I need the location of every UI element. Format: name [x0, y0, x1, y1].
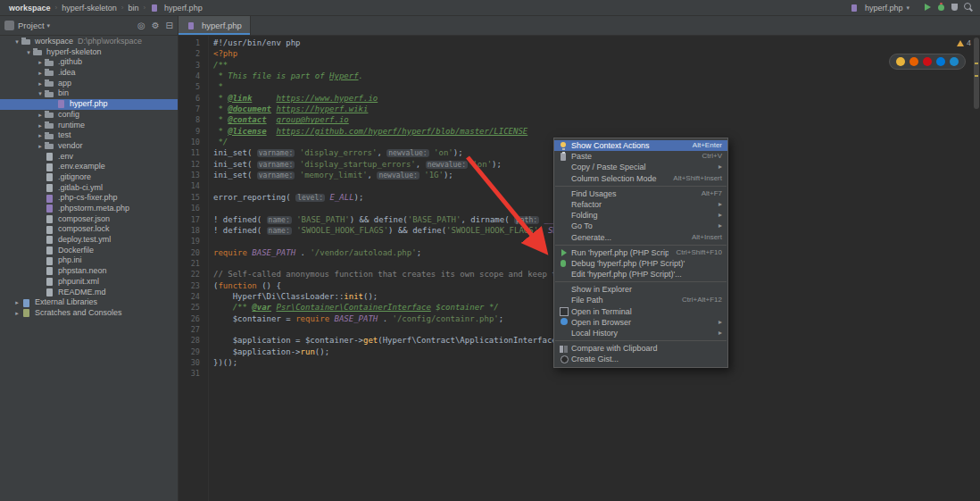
line-number[interactable]: 17 [179, 214, 200, 225]
settings-icon[interactable]: ⚙ [152, 21, 160, 30]
tree-chevron-icon[interactable]: ▾ [36, 88, 45, 99]
tree-chevron-icon[interactable]: ▾ [12, 37, 21, 47]
line-number[interactable]: 19 [179, 236, 200, 246]
code-line[interactable]: <?php [213, 48, 980, 59]
menu-item-compare-with-clipboard[interactable]: Compare with Clipboard [554, 343, 727, 354]
line-number[interactable]: 25 [179, 302, 200, 313]
run-configuration-selector[interactable]: hyperf.php ▾ [845, 3, 914, 13]
breadcrumb-hyperf-skeleton[interactable]: hyperf-skeleton [58, 4, 120, 13]
tree-chevron-icon[interactable]: ▸ [36, 68, 45, 79]
line-number[interactable]: 29 [179, 347, 200, 357]
menu-item-copy-paste-special[interactable]: Copy / Paste Special▸ [554, 162, 727, 172]
line-number[interactable]: 26 [179, 313, 200, 324]
hide-panel-icon[interactable]: ⊟ [166, 21, 173, 30]
menu-item-local-history[interactable]: Local History▸ [554, 328, 727, 338]
line-number[interactable]: 1 [179, 38, 200, 48]
tree-item-phpstorm-meta-php[interactable]: .phpstorm.meta.php [0, 204, 178, 214]
line-number[interactable]: 23 [179, 280, 200, 291]
menu-item-file-path[interactable]: File PathCtrl+Alt+F12 [554, 295, 727, 305]
code-line[interactable]: /** [213, 60, 980, 71]
menu-item-run-hyperf-php-php-script[interactable]: Run 'hyperf.php (PHP Script)'Ctrl+Shift+… [554, 247, 727, 258]
line-number[interactable]: 7 [179, 104, 200, 114]
tree-item-phpunit-xml[interactable]: phpunit.xml [0, 277, 178, 288]
tree-item-github[interactable]: ▸.github [0, 57, 178, 68]
tree-item-app[interactable]: ▸app [0, 79, 178, 89]
coverage-button[interactable] [948, 1, 961, 13]
tree-item-scratches-and-consoles[interactable]: ▸Scratches and Consoles [0, 308, 178, 319]
tree-item-gitignore[interactable]: .gitignore [0, 172, 178, 183]
edge-browser-icon[interactable] [936, 57, 945, 66]
code-line[interactable]: * @link https://www.hyperf.io [213, 93, 980, 104]
menu-item-debug-hyperf-php-php-script[interactable]: Debug 'hyperf.php (PHP Script)' [554, 258, 727, 269]
firefox-browser-icon[interactable] [909, 57, 918, 66]
tree-chevron-icon[interactable]: ▸ [36, 141, 45, 152]
menu-item-show-in-explorer[interactable]: Show in Explorer [554, 284, 727, 295]
tree-chevron-icon[interactable]: ▸ [36, 57, 45, 68]
tree-item-config[interactable]: ▸config [0, 110, 178, 121]
tree-item-workspace[interactable]: ▾workspaceD:\php\workspace [0, 37, 178, 47]
line-number[interactable]: 15 [179, 192, 200, 203]
code-line[interactable]: * @document https://hyperf.wiki [213, 104, 980, 114]
tab-hyperf-php[interactable]: hyperf.php [179, 16, 251, 35]
tree-chevron-icon[interactable]: ▸ [36, 110, 45, 121]
tree-item-runtime[interactable]: ▸runtime [0, 121, 178, 131]
tree-item-hyperf-skeleton[interactable]: ▾hyperf-skeleton [0, 47, 178, 58]
menu-item-folding[interactable]: Folding▸ [554, 210, 727, 221]
menu-item-column-selection-mode[interactable]: Column Selection ModeAlt+Shift+Insert [554, 173, 727, 184]
tree-item-idea[interactable]: ▸.idea [0, 68, 178, 79]
inspections-widget[interactable]: 4 [957, 38, 971, 47]
menu-item-generate[interactable]: Generate...Alt+Insert [554, 232, 727, 243]
tree-item-composer-lock[interactable]: composer.lock [0, 224, 178, 235]
menu-item-edit-hyperf-php-php-script[interactable]: Edit 'hyperf.php (PHP Script)'... [554, 269, 727, 280]
editor-scrollbar[interactable] [973, 36, 980, 501]
line-number[interactable]: 8 [179, 114, 200, 125]
tree-chevron-icon[interactable]: ▸ [36, 121, 45, 131]
line-number[interactable]: 20 [179, 247, 200, 258]
tree-chevron-icon[interactable]: ▸ [36, 79, 45, 89]
tree-chevron-icon[interactable]: ▸ [12, 308, 21, 319]
tree-item-dockerfile[interactable]: Dockerfile [0, 246, 178, 256]
line-number[interactable]: 30 [179, 357, 200, 368]
debug-button[interactable] [934, 1, 948, 13]
search-everywhere-button[interactable] [961, 1, 975, 13]
line-number[interactable]: 4 [179, 71, 200, 81]
tree-chevron-icon[interactable]: ▸ [12, 297, 21, 308]
line-number[interactable]: 13 [179, 170, 200, 180]
line-number[interactable]: 12 [179, 159, 200, 170]
tree-chevron-icon[interactable]: ▾ [24, 47, 33, 58]
breadcrumb-hyperf-php[interactable]: hyperf.php [146, 4, 206, 13]
project-panel-header[interactable]: Project ▾ ◎⚙⊟ [0, 16, 179, 35]
tree-item-gitlab-ci-yml[interactable]: .gitlab-ci.yml [0, 183, 178, 194]
tree-item-php-cs-fixer-php[interactable]: .php-cs-fixer.php [0, 193, 178, 204]
menu-item-refactor[interactable]: Refactor▸ [554, 199, 727, 210]
code-line[interactable]: * This file is part of Hyperf. [213, 71, 980, 81]
tree-item-hyperf-php[interactable]: hyperf.php [0, 99, 178, 110]
opera-browser-icon[interactable] [923, 57, 932, 66]
menu-item-go-to[interactable]: Go To▸ [554, 221, 727, 231]
line-number[interactable]: 21 [179, 258, 200, 269]
line-number[interactable]: 24 [179, 291, 200, 302]
menu-item-paste[interactable]: PasteCtrl+V [554, 151, 727, 162]
code-line[interactable]: * @license https://github.com/hyperf/hyp… [213, 126, 980, 137]
line-number[interactable]: 10 [179, 137, 200, 147]
line-number[interactable]: 22 [179, 269, 200, 280]
menu-item-open-in-browser[interactable]: Open in Browser▸ [554, 317, 727, 328]
line-number[interactable]: 14 [179, 180, 200, 191]
line-number[interactable]: 27 [179, 324, 200, 335]
line-number[interactable]: 18 [179, 225, 200, 236]
line-number[interactable]: 2 [179, 48, 200, 59]
tree-item-env-example[interactable]: .env.example [0, 162, 178, 172]
tree-item-readme-md[interactable]: README.md [0, 288, 178, 298]
menu-item-create-gist[interactable]: Create Gist... [554, 354, 727, 364]
tree-item-composer-json[interactable]: composer.json [0, 214, 178, 225]
menu-item-show-context-actions[interactable]: Show Context ActionsAlt+Enter [554, 140, 727, 151]
menu-item-find-usages[interactable]: Find UsagesAlt+F7 [554, 188, 727, 199]
tree-item-external-libraries[interactable]: ▸External Libraries [0, 297, 178, 308]
tree-item-bin[interactable]: ▾bin [0, 88, 178, 99]
line-number[interactable]: 16 [179, 203, 200, 213]
line-number[interactable]: 6 [179, 93, 200, 104]
locate-icon[interactable]: ◎ [137, 21, 145, 30]
menu-item-open-in-terminal[interactable]: Open in Terminal [554, 306, 727, 317]
tree-item-phpstan-neon[interactable]: phpstan.neon [0, 266, 178, 277]
line-number[interactable]: 9 [179, 126, 200, 137]
